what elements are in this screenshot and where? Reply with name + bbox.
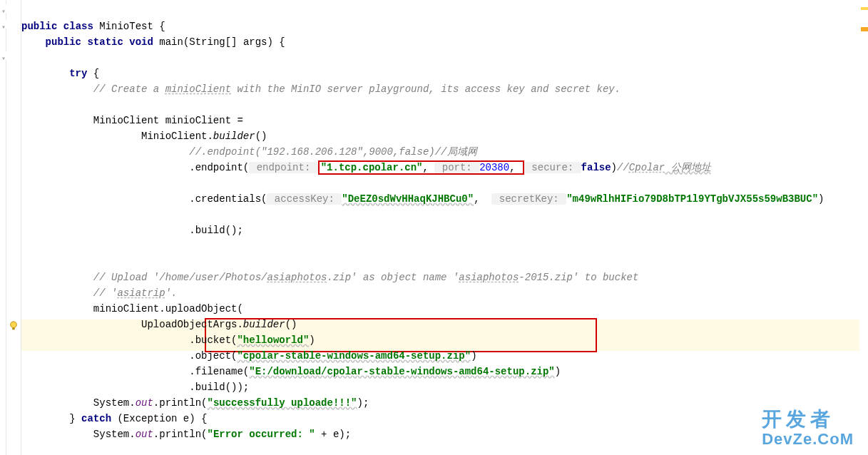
fold-icon[interactable]: ▾ <box>1 51 10 60</box>
scroll-marker-warning <box>861 7 868 10</box>
fold-icon[interactable]: ▾ <box>1 4 10 13</box>
code-line: // Upload '/home/user/Photos/asiaphotos.… <box>21 272 638 283</box>
watermark: 开发者 DevZe.CoM <box>762 409 854 448</box>
code-line: //.endpoint("192.168.206.128",9000,false… <box>21 146 477 158</box>
editor-gutter: ▾ ▾ ▾ <box>0 0 21 455</box>
code-line: .filename("E:/download/cpolar-stable-win… <box>21 366 561 377</box>
code-line: .bucket("helloworld") <box>21 334 315 346</box>
code-line: // Create a minioClient with the MinIO s… <box>21 83 621 95</box>
svg-point-0 <box>11 322 17 328</box>
code-line: .build(); <box>21 225 243 236</box>
code-line: // 'asiatrip'. <box>21 287 177 299</box>
lightbulb-icon[interactable] <box>9 321 19 331</box>
scroll-marker-warning <box>861 27 868 31</box>
code-line: System.out.println("Error occurred: " + … <box>21 429 351 440</box>
code-line: MinioClient minioClient = <box>21 115 243 126</box>
code-line: .endpoint( endpoint: "1.tcp.cpolar.cn", … <box>21 160 711 175</box>
code-line: MinioClient.builder() <box>21 131 267 142</box>
code-line: try { <box>21 68 99 79</box>
code-line: public class MinioTest { <box>21 21 165 32</box>
code-editor-content[interactable]: public class MinioTest { public static v… <box>21 3 859 455</box>
code-line: minioClient.uploadObject( <box>21 303 243 315</box>
fold-icon[interactable]: ▾ <box>1 20 10 29</box>
code-line: public static void main(String[] args) { <box>21 36 285 48</box>
code-line: } catch (Exception e) { <box>21 413 207 424</box>
code-line: UploadObjectArgs.builder() <box>21 319 297 330</box>
code-line: .build()); <box>21 382 249 393</box>
code-line: .object("cpolar-stable-windows-amd64-set… <box>21 350 477 362</box>
code-line: .credentials( accessKey: "DeEZ0sdWvHHaqK… <box>21 193 824 205</box>
code-line: System.out.println("successfully uploade… <box>21 397 369 409</box>
svg-rect-1 <box>12 328 15 330</box>
